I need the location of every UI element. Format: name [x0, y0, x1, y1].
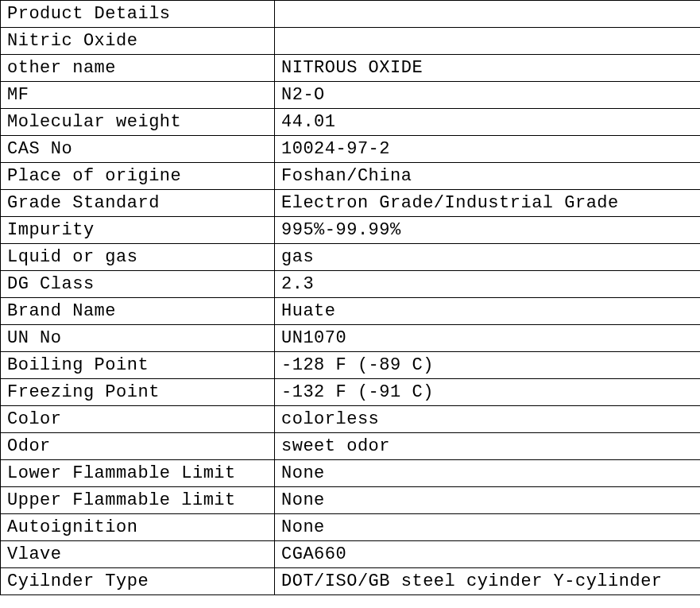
- table-row: other name NITROUS OXIDE: [1, 55, 701, 82]
- table-cell-label: Molecular weight: [1, 109, 275, 136]
- table-cell-label: Impurity: [1, 217, 275, 244]
- table-body: Product Details Nitric Oxide other name …: [1, 1, 701, 595]
- table-cell-label: Product Details: [1, 1, 275, 28]
- table-row: Molecular weight 44.01: [1, 109, 701, 136]
- table-cell-value: Electron Grade/Industrial Grade: [275, 190, 701, 217]
- table-row: Autoignition None: [1, 514, 701, 541]
- table-cell-value: 2.3: [275, 271, 701, 298]
- table-cell-value: DOT/ISO/GB steel cyinder Y-cylinder: [275, 568, 701, 595]
- table-cell-label: Grade Standard: [1, 190, 275, 217]
- table-cell-label: UN No: [1, 325, 275, 352]
- table-cell-label: CAS No: [1, 136, 275, 163]
- table-cell-label: Odor: [1, 433, 275, 460]
- table-row: DG Class 2.3: [1, 271, 701, 298]
- table-cell-value: N2-O: [275, 82, 701, 109]
- table-cell-value: 10024-97-2: [275, 136, 701, 163]
- table-row: Freezing Point -132 F (-91 C): [1, 379, 701, 406]
- table-cell-value: NITROUS OXIDE: [275, 55, 701, 82]
- table-cell-value: [275, 1, 701, 28]
- table-cell-value: 995%-99.99%: [275, 217, 701, 244]
- table-cell-label: Place of origine: [1, 163, 275, 190]
- table-cell-value: CGA660: [275, 541, 701, 568]
- table-cell-label: Vlave: [1, 541, 275, 568]
- table-row: Brand Name Huate: [1, 298, 701, 325]
- table-row: UN No UN1070: [1, 325, 701, 352]
- table-row: Place of origine Foshan/China: [1, 163, 701, 190]
- table-cell-label: Upper Flammable limit: [1, 487, 275, 514]
- table-row: Color colorless: [1, 406, 701, 433]
- table-cell-value: [275, 28, 701, 55]
- table-cell-label: Nitric Oxide: [1, 28, 275, 55]
- table-cell-value: UN1070: [275, 325, 701, 352]
- table-cell-value: None: [275, 514, 701, 541]
- table-cell-value: 44.01: [275, 109, 701, 136]
- table-cell-label: Color: [1, 406, 275, 433]
- table-cell-label: DG Class: [1, 271, 275, 298]
- product-details-table: Product Details Nitric Oxide other name …: [0, 0, 700, 595]
- table-row: CAS No 10024-97-2: [1, 136, 701, 163]
- table-cell-label: Brand Name: [1, 298, 275, 325]
- table-cell-label: Lquid or gas: [1, 244, 275, 271]
- table-cell-label: Cyilnder Type: [1, 568, 275, 595]
- table-cell-value: sweet odor: [275, 433, 701, 460]
- table-row: Cyilnder Type DOT/ISO/GB steel cyinder Y…: [1, 568, 701, 595]
- table-row: Vlave CGA660: [1, 541, 701, 568]
- table-row: Impurity 995%-99.99%: [1, 217, 701, 244]
- table-row: Lquid or gas gas: [1, 244, 701, 271]
- table-cell-label: Lower Flammable Limit: [1, 460, 275, 487]
- table-cell-value: Foshan/China: [275, 163, 701, 190]
- table-cell-value: -132 F (-91 C): [275, 379, 701, 406]
- table-cell-value: Huate: [275, 298, 701, 325]
- table-row: Odor sweet odor: [1, 433, 701, 460]
- table-row: Upper Flammable limit None: [1, 487, 701, 514]
- table-cell-label: MF: [1, 82, 275, 109]
- table-cell-label: Autoignition: [1, 514, 275, 541]
- table-cell-value: gas: [275, 244, 701, 271]
- table-row: MF N2-O: [1, 82, 701, 109]
- table-row: Lower Flammable Limit None: [1, 460, 701, 487]
- table-cell-value: -128 F (-89 C): [275, 352, 701, 379]
- table-cell-label: Freezing Point: [1, 379, 275, 406]
- table-row: Grade Standard Electron Grade/Industrial…: [1, 190, 701, 217]
- table-cell-value: None: [275, 487, 701, 514]
- table-cell-value: None: [275, 460, 701, 487]
- table-cell-label: other name: [1, 55, 275, 82]
- table-row: Boiling Point -128 F (-89 C): [1, 352, 701, 379]
- table-cell-value: colorless: [275, 406, 701, 433]
- table-cell-label: Boiling Point: [1, 352, 275, 379]
- table-row: Nitric Oxide: [1, 28, 701, 55]
- table-row: Product Details: [1, 1, 701, 28]
